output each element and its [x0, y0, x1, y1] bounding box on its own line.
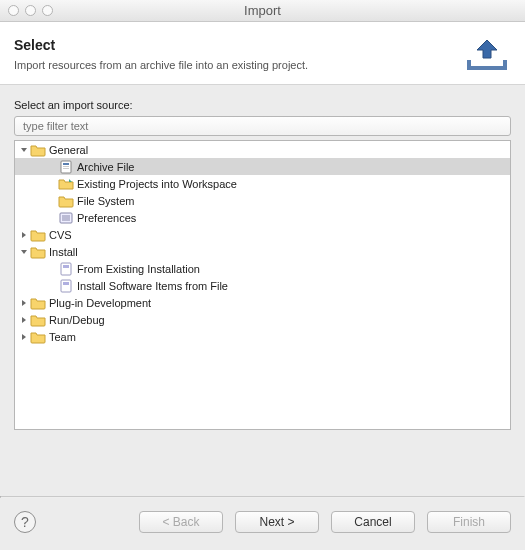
- button-bar: ? < Back Next > Cancel Finish: [0, 498, 525, 546]
- tree-item[interactable]: Archive File: [15, 158, 510, 175]
- tree-item-label: Team: [49, 331, 76, 343]
- chevron-right-icon[interactable]: [19, 332, 29, 342]
- chevron-right-icon[interactable]: [19, 230, 29, 240]
- import-banner-icon: [463, 34, 511, 74]
- svg-rect-1: [63, 163, 69, 165]
- tree-item-label: Plug-in Development: [49, 297, 151, 309]
- projects-icon: [58, 176, 74, 192]
- window-title: Import: [0, 3, 525, 18]
- tree-item-label: Run/Debug: [49, 314, 105, 326]
- finish-button[interactable]: Finish: [427, 511, 511, 533]
- arrow-spacer: [47, 213, 57, 223]
- wizard-header: Select Import resources from an archive …: [0, 22, 525, 85]
- page-description: Import resources from an archive file in…: [14, 59, 308, 71]
- tree-item-label: General: [49, 144, 88, 156]
- tree-item[interactable]: Existing Projects into Workspace: [15, 175, 510, 192]
- folder-open-icon: [30, 142, 46, 158]
- chevron-down-icon[interactable]: [19, 247, 29, 257]
- arrow-spacer: [47, 162, 57, 172]
- chevron-down-icon[interactable]: [19, 145, 29, 155]
- wizard-header-text: Select Import resources from an archive …: [14, 37, 308, 71]
- folder-open-icon: [30, 244, 46, 260]
- tree-item-label: CVS: [49, 229, 72, 241]
- tree-item-label: From Existing Installation: [77, 263, 200, 275]
- next-button[interactable]: Next >: [235, 511, 319, 533]
- section-label: Select an import source:: [14, 99, 511, 111]
- cancel-button[interactable]: Cancel: [331, 511, 415, 533]
- archive-file-icon: [58, 159, 74, 175]
- tree-item-label: Install Software Items from File: [77, 280, 228, 292]
- arrow-spacer: [47, 179, 57, 189]
- chevron-right-icon[interactable]: [19, 315, 29, 325]
- arrow-spacer: [47, 264, 57, 274]
- arrow-spacer: [47, 196, 57, 206]
- wizard-body: Select an import source: GeneralArchive …: [0, 85, 525, 438]
- folder-icon: [58, 193, 74, 209]
- filter-input[interactable]: [14, 116, 511, 136]
- import-source-tree[interactable]: GeneralArchive FileExisting Projects int…: [14, 140, 511, 430]
- svg-rect-11: [63, 282, 69, 285]
- folder-icon: [30, 227, 46, 243]
- tree-folder[interactable]: CVS: [15, 226, 510, 243]
- page-title: Select: [14, 37, 308, 53]
- tree-item[interactable]: File System: [15, 192, 510, 209]
- help-button[interactable]: ?: [14, 511, 36, 533]
- tree-folder[interactable]: Team: [15, 328, 510, 345]
- tree-item-label: File System: [77, 195, 134, 207]
- install-item-icon: [58, 261, 74, 277]
- tree-folder[interactable]: Run/Debug: [15, 311, 510, 328]
- tree-item[interactable]: Preferences: [15, 209, 510, 226]
- tree-folder[interactable]: Plug-in Development: [15, 294, 510, 311]
- back-button[interactable]: < Back: [139, 511, 223, 533]
- chevron-right-icon[interactable]: [19, 298, 29, 308]
- tree-folder[interactable]: General: [15, 141, 510, 158]
- folder-icon: [30, 295, 46, 311]
- tree-item-label: Install: [49, 246, 78, 258]
- preferences-icon: [58, 210, 74, 226]
- tree-item-label: Preferences: [77, 212, 136, 224]
- folder-icon: [30, 329, 46, 345]
- title-bar: Import: [0, 0, 525, 22]
- svg-rect-8: [61, 263, 71, 275]
- tree-item[interactable]: Install Software Items from File: [15, 277, 510, 294]
- tree-folder[interactable]: Install: [15, 243, 510, 260]
- spacer: [0, 438, 525, 496]
- folder-icon: [30, 312, 46, 328]
- svg-rect-10: [61, 280, 71, 292]
- arrow-spacer: [47, 281, 57, 291]
- svg-rect-9: [63, 265, 69, 268]
- svg-rect-3: [63, 168, 69, 169]
- install-item-icon: [58, 278, 74, 294]
- tree-item-label: Archive File: [77, 161, 134, 173]
- tree-item-label: Existing Projects into Workspace: [77, 178, 237, 190]
- tree-item[interactable]: From Existing Installation: [15, 260, 510, 277]
- svg-rect-2: [63, 166, 69, 167]
